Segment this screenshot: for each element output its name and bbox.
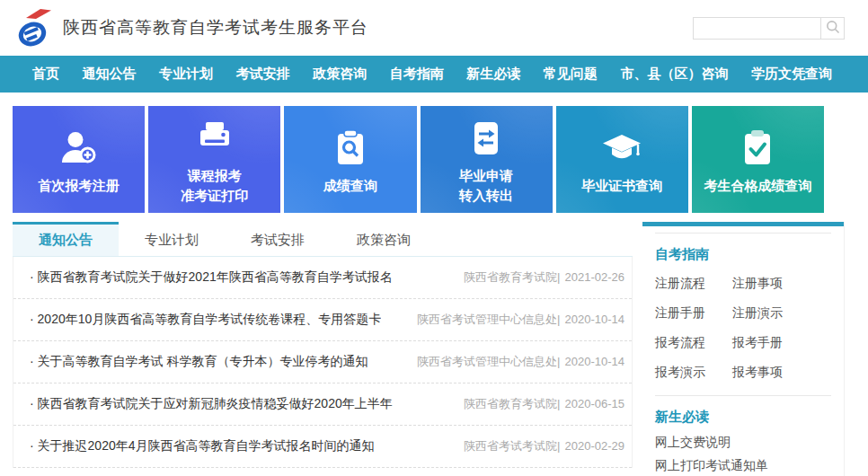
tile-course-register-print[interactable]: 课程报考 准考证打印: [148, 106, 280, 213]
tile-passed-scores-query[interactable]: 考生合格成绩查询: [692, 106, 824, 213]
quick-action-tiles: 首次报考注册 课程报考 准考证打印 成绩查询: [13, 106, 824, 213]
main-nav: 首页 通知公告 专业计划 考试安排 政策咨询 自考指南 新生必读 常见问题 市、…: [0, 56, 868, 93]
sidebar: 自考指南 注册流程 注册事项 注册手册 注册演示 报考流程 报考手册 报考演示 …: [642, 222, 845, 476]
tab-notices[interactable]: 通知公告: [13, 222, 119, 256]
guide-link-apply-flow[interactable]: 报考流程: [655, 331, 732, 355]
nav-item-notices[interactable]: 通知公告: [83, 66, 137, 83]
news-row: 陕西省教育考试院关于做好2021年陕西省高等教育自学考试报名 陕西省教育考试院|…: [13, 257, 632, 299]
nav-item-credential-query[interactable]: 学历文凭查询: [751, 66, 832, 83]
nav-item-self-exam-guide[interactable]: 自考指南: [390, 66, 444, 83]
tile-label: 课程报考 准考证打印: [181, 166, 248, 206]
news-row: 陕西省教育考试院关于应对新冠肺炎疫情稳妥做好2020年上半年 陕西省教育考试院|…: [13, 383, 632, 426]
tab-policy[interactable]: 政策咨询: [331, 222, 437, 256]
site-logo-icon: [13, 7, 52, 48]
tile-first-registration[interactable]: 首次报考注册: [13, 106, 145, 213]
news-row: 关于推迟2020年4月陕西省高等教育自学考试报名时间的通知 陕西省考试考试院|2…: [13, 426, 632, 468]
news-meta: 陕西省考试考试院|2020-02-29: [464, 438, 624, 454]
tab-exam-schedule[interactable]: 考试安排: [225, 222, 331, 256]
clipboard-search-icon: [329, 123, 372, 170]
tile-label: 毕业申请 转入转出: [459, 166, 513, 206]
user-add-icon: [58, 123, 101, 170]
tile-label: 考生合格成绩查询: [704, 176, 811, 196]
sidebar-accent-bar: [642, 222, 844, 226]
news-link[interactable]: 陕西省教育考试院关于做好2021年陕西省高等教育自学考试报名: [30, 269, 393, 286]
newbie-link-online-payment[interactable]: 网上交费说明: [655, 431, 831, 454]
news-panel: 通知公告 专业计划 考试安排 政策咨询 陕西省教育考试院关于做好2021年陕西省…: [13, 222, 633, 468]
search-box: [693, 17, 845, 40]
printer-icon: [193, 113, 236, 160]
nav-item-major-plans[interactable]: 专业计划: [159, 66, 213, 83]
news-list: 陕西省教育考试院关于做好2021年陕西省高等教育自学考试报名 陕西省教育考试院|…: [13, 257, 633, 468]
tile-graduation-transfer[interactable]: 毕业申请 转入转出: [421, 106, 553, 213]
guide-link-apply-manual[interactable]: 报考手册: [732, 331, 831, 355]
news-meta: 陕西省考试管理中心信息处|2020-10-14: [417, 312, 624, 328]
graduation-cap-icon: [600, 123, 643, 170]
news-link[interactable]: 关于推迟2020年4月陕西省高等教育自学考试报名时间的通知: [30, 438, 375, 454]
news-row: 关于高等教育自学考试 科学教育（专升本）专业停考的通知 陕西省考试管理中心信息处…: [13, 341, 632, 383]
news-meta: 陕西省教育考试院|2021-02-26: [464, 269, 624, 286]
tile-label: 毕业证书查询: [581, 176, 662, 196]
header: 陕西省高等教育自学考试考生服务平台: [0, 0, 868, 56]
news-tabs: 通知公告 专业计划 考试安排 政策咨询: [13, 222, 633, 257]
nav-item-newbie[interactable]: 新生必读: [466, 66, 520, 83]
search-input[interactable]: [693, 17, 820, 40]
tile-label: 成绩查询: [323, 176, 377, 196]
news-link[interactable]: 陕西省教育考试院关于应对新冠肺炎疫情稳妥做好2020年上半年: [30, 396, 393, 412]
transfer-arrows-icon: [465, 113, 508, 160]
guide-link-apply-notes[interactable]: 报考事项: [732, 361, 831, 384]
guide-link-register-notes[interactable]: 注册事项: [732, 272, 831, 295]
nav-item-faq[interactable]: 常见问题: [544, 66, 598, 83]
newbie-link-print-notice[interactable]: 网上打印考试通知单: [655, 454, 831, 476]
tile-diploma-query[interactable]: 毕业证书查询: [556, 106, 688, 213]
guide-links: 注册流程 注册事项 注册手册 注册演示 报考流程 报考手册 报考演示 报考事项: [655, 272, 831, 384]
divider: [655, 395, 831, 396]
tab-major-plans[interactable]: 专业计划: [119, 222, 225, 256]
guide-link-register-flow[interactable]: 注册流程: [655, 272, 732, 295]
sidebar-heading-newbie: 新生必读: [655, 409, 831, 426]
tile-label: 首次报考注册: [39, 176, 120, 196]
tile-score-query[interactable]: 成绩查询: [284, 106, 416, 213]
guide-link-apply-demo[interactable]: 报考演示: [655, 361, 732, 384]
sidebar-heading-guide: 自考指南: [655, 246, 831, 263]
guide-link-register-demo[interactable]: 注册演示: [732, 302, 831, 325]
nav-item-home[interactable]: 首页: [32, 66, 59, 83]
news-link[interactable]: 2020年10月陕西省高等教育自学考试传统卷课程、专用答题卡: [30, 312, 381, 328]
search-button[interactable]: [820, 17, 845, 40]
search-icon: [825, 19, 841, 38]
news-link[interactable]: 关于高等教育自学考试 科学教育（专升本）专业停考的通知: [30, 354, 368, 370]
main-content: 通知公告 专业计划 考试安排 政策咨询 陕西省教育考试院关于做好2021年陕西省…: [13, 222, 845, 476]
nav-item-exam-schedule[interactable]: 考试安排: [236, 66, 290, 83]
guide-link-register-manual[interactable]: 注册手册: [655, 302, 732, 325]
clipboard-check-icon: [736, 123, 779, 170]
nav-item-county-consult[interactable]: 市、县（区）咨询: [620, 66, 728, 83]
news-meta: 陕西省教育考试院|2020-06-15: [464, 396, 624, 412]
news-meta: 陕西省考试管理中心信息处|2020-10-14: [417, 354, 624, 370]
divider: [655, 233, 831, 234]
site-title: 陕西省高等教育自学考试考生服务平台: [63, 16, 368, 40]
nav-item-policy[interactable]: 政策咨询: [313, 66, 367, 83]
news-row: 2020年10月陕西省高等教育自学考试传统卷课程、专用答题卡 陕西省考试管理中心…: [13, 299, 632, 341]
